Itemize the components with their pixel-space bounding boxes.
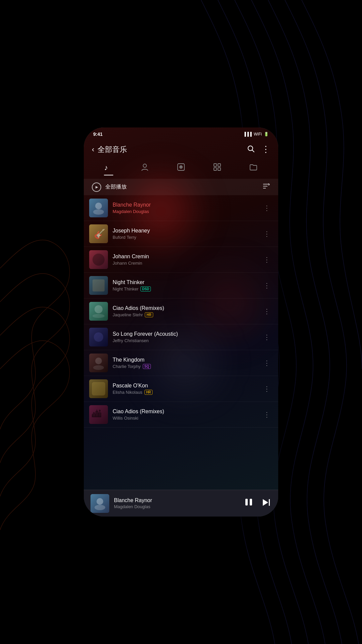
svg-text:🏙: 🏙 (92, 409, 101, 419)
back-button[interactable]: ‹ (92, 145, 94, 154)
song-artist: Elisha Nikolaus (113, 390, 142, 395)
song-title: Ciao Adios (Remixes) (113, 409, 256, 415)
song-artist: Jaqueline Stehr (113, 312, 143, 317)
song-more-button[interactable]: ⋮ (261, 383, 273, 394)
svg-rect-40 (250, 499, 252, 505)
song-thumbnail: 🎸 (89, 224, 108, 243)
svg-rect-10 (214, 168, 217, 170)
svg-point-31 (93, 365, 104, 370)
song-more-button[interactable]: ⋮ (261, 254, 273, 265)
now-playing-controls (243, 497, 272, 510)
now-playing-info: Blanche Raynor Magdalen Douglas (114, 497, 239, 509)
svg-point-17 (93, 209, 104, 215)
song-sub: Jaqueline Stehr HR (113, 312, 256, 317)
song-title: Night Thinker (113, 279, 256, 285)
song-thumbnail: 🏙 (89, 405, 108, 424)
folder-tab-icon (249, 163, 258, 173)
tab-artist[interactable] (137, 161, 153, 175)
svg-text:♪: ♪ (104, 163, 108, 171)
header-left: ‹ 全部音乐 (92, 145, 127, 155)
song-sub: Magdalen Douglas (113, 209, 256, 214)
play-all-bar[interactable]: 全部播放 (84, 179, 278, 195)
song-more-button[interactable]: ⋮ (261, 228, 273, 239)
now-playing-bar[interactable]: Blanche Raynor Magdalen Douglas (84, 490, 278, 517)
song-more-button[interactable]: ⋮ (261, 203, 273, 213)
song-title: Joseph Heaney (113, 228, 256, 234)
song-item[interactable]: Ciao Adios (Remixes) Jaqueline Stehr HR … (84, 299, 278, 324)
song-sub: Charlie Torphy SQ (113, 364, 256, 369)
song-sub: Night Thinker DSD (113, 286, 256, 291)
song-artist: Charlie Torphy (113, 364, 141, 369)
song-list: Blanche Raynor Magdalen Douglas ⋮ 🎸 (84, 195, 278, 490)
album-tab-icon (177, 163, 185, 173)
quality-badge: DSD (140, 286, 151, 291)
song-info: Pascale O'Kon Elisha Nikolaus HR (113, 383, 256, 395)
svg-point-26 (93, 314, 105, 318)
svg-rect-11 (218, 168, 221, 170)
quality-badge: HR (145, 312, 153, 317)
song-artist: Jeffry Christiansen (113, 338, 148, 343)
more-button[interactable]: ⋮ (261, 144, 270, 155)
quality-badge: SQ (143, 364, 151, 369)
svg-rect-8 (214, 164, 217, 166)
song-info: Johann Cremin Johann Cremin (113, 254, 256, 266)
song-sub: Elisha Nikolaus HR (113, 390, 256, 395)
svg-marker-41 (263, 499, 268, 506)
header: ‹ 全部音乐 ⋮ (84, 141, 278, 159)
song-info: So Long Forever (Acoustic) Jeffry Christ… (113, 331, 256, 343)
next-button[interactable] (261, 497, 272, 510)
song-artist: Night Thinker (113, 286, 138, 291)
song-more-button[interactable]: ⋮ (261, 332, 273, 342)
now-playing-artist: Magdalen Douglas (114, 504, 239, 509)
song-info: Blanche Raynor Magdalen Douglas (113, 202, 256, 214)
tab-album[interactable] (173, 161, 189, 175)
song-info: Night Thinker Night Thinker DSD (113, 279, 256, 291)
svg-text:🎸: 🎸 (94, 228, 106, 239)
song-title: Johann Cremin (113, 254, 256, 260)
svg-point-30 (95, 358, 102, 364)
status-bar: 9:41 ▐▐▐ WiFi 🔋 (84, 127, 278, 141)
song-sub: Willis Osinski (113, 416, 256, 421)
header-right: ⋮ (247, 144, 270, 155)
song-item[interactable]: 🎸 Joseph Heaney Buford Terry ⋮ (84, 221, 278, 247)
svg-rect-33 (92, 382, 105, 395)
song-artist: Willis Osinski (113, 416, 138, 421)
song-title: The Kingdom (113, 357, 256, 363)
song-more-button[interactable]: ⋮ (261, 306, 273, 317)
sort-icon[interactable] (262, 182, 270, 192)
svg-point-4 (143, 164, 146, 167)
battery-icon: 🔋 (264, 132, 269, 137)
song-thumbnail (89, 302, 108, 321)
song-artist: Magdalen Douglas (113, 209, 149, 214)
song-item[interactable]: So Long Forever (Acoustic) Jeffry Christ… (84, 324, 278, 350)
svg-rect-42 (269, 499, 270, 506)
song-more-button[interactable]: ⋮ (261, 409, 273, 420)
play-all-circle (92, 182, 101, 192)
phone-shell: 9:41 ▐▐▐ WiFi 🔋 ‹ 全部音乐 ⋮ (84, 127, 278, 517)
song-info: Ciao Adios (Remixes) Jaqueline Stehr HR (113, 305, 256, 317)
song-more-button[interactable]: ⋮ (261, 280, 273, 291)
tab-folder[interactable] (246, 161, 261, 175)
song-artist: Johann Cremin (113, 261, 142, 266)
svg-point-21 (93, 254, 105, 266)
pause-button[interactable] (243, 497, 254, 510)
tab-playlist[interactable] (209, 161, 225, 175)
song-item[interactable]: The Kingdom Charlie Torphy SQ ⋮ (84, 350, 278, 376)
song-item[interactable]: Johann Cremin Johann Cremin ⋮ (84, 247, 278, 273)
song-item[interactable]: Pascale O'Kon Elisha Nikolaus HR ⋮ (84, 376, 278, 402)
now-playing-thumbnail (90, 494, 109, 513)
song-more-button[interactable]: ⋮ (261, 358, 273, 368)
song-item[interactable]: Night Thinker Night Thinker DSD ⋮ (84, 273, 278, 299)
play-all-label: 全部播放 (105, 183, 127, 191)
search-button[interactable] (247, 145, 255, 155)
song-info: Joseph Heaney Buford Terry (113, 228, 256, 240)
page-title: 全部音乐 (98, 145, 127, 155)
tab-music[interactable]: ♪ (101, 161, 116, 175)
song-item[interactable]: 🏙 Ciao Adios (Remixes) Willis Osinski ⋮ (84, 402, 278, 428)
tab-bar: ♪ (84, 159, 278, 179)
signal-icon: ▐▐▐ (243, 132, 252, 137)
song-thumbnail (89, 379, 108, 398)
svg-rect-39 (245, 499, 248, 505)
music-tab-icon: ♪ (104, 163, 113, 173)
song-item[interactable]: Blanche Raynor Magdalen Douglas ⋮ (84, 195, 278, 221)
